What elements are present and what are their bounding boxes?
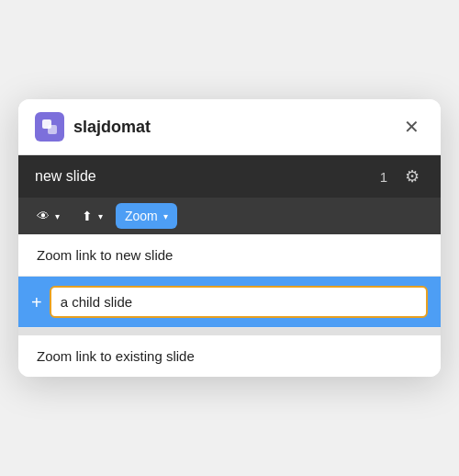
close-button[interactable]: ✕ bbox=[398, 114, 424, 140]
upload-icon: ⬆ bbox=[82, 209, 93, 223]
upload-button[interactable]: ⬆ ▾ bbox=[73, 203, 112, 229]
zoom-link-new-slide-item[interactable]: Zoom link to new slide bbox=[18, 234, 441, 277]
zoom-link-existing-slide-item[interactable]: Zoom link to existing slide bbox=[18, 335, 441, 377]
child-slide-input-row: + bbox=[18, 277, 441, 328]
zoom-label: Zoom bbox=[125, 209, 158, 223]
plus-icon: + bbox=[31, 293, 42, 312]
eye-icon: 👁 bbox=[37, 209, 50, 223]
zoom-chevron-icon: ▾ bbox=[163, 211, 168, 221]
child-slide-input[interactable] bbox=[50, 286, 428, 318]
zoom-link-existing-slide-label: Zoom link to existing slide bbox=[37, 348, 195, 364]
app-title: slajdomat bbox=[73, 118, 398, 137]
eye-button[interactable]: 👁 ▾ bbox=[28, 203, 69, 229]
slide-header: new slide 1 ⚙ bbox=[18, 155, 441, 198]
menu-divider bbox=[18, 328, 441, 335]
app-icon bbox=[35, 112, 64, 142]
title-bar: slajdomat ✕ bbox=[18, 99, 441, 155]
zoom-button[interactable]: Zoom ▾ bbox=[116, 203, 177, 229]
dropdown-menu: Zoom link to new slide + Zoom link to ex… bbox=[18, 234, 441, 377]
dialog-container: slajdomat ✕ new slide 1 ⚙ 👁 ▾ ⬆ ▾ Zoom ▾… bbox=[18, 99, 441, 377]
toolbar: 👁 ▾ ⬆ ▾ Zoom ▾ bbox=[18, 198, 441, 234]
zoom-link-new-slide-label: Zoom link to new slide bbox=[37, 247, 173, 263]
slide-number: 1 bbox=[380, 169, 387, 185]
slide-name: new slide bbox=[35, 168, 380, 185]
gear-button[interactable]: ⚙ bbox=[400, 164, 424, 188]
upload-chevron-icon: ▾ bbox=[98, 211, 103, 221]
svg-rect-1 bbox=[48, 125, 57, 134]
eye-chevron-icon: ▾ bbox=[55, 211, 60, 221]
